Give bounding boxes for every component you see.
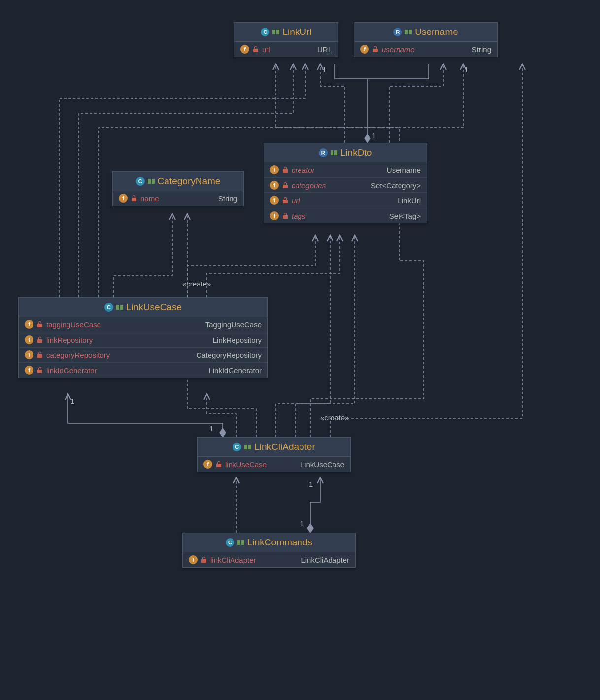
class-header: Username bbox=[354, 23, 497, 42]
class-linkdto[interactable]: LinkDto creator Username categories Set<… bbox=[264, 143, 427, 223]
field-type: LinkUseCase bbox=[291, 460, 344, 469]
field-row: categories Set<Category> bbox=[264, 178, 427, 193]
visibility-icon bbox=[244, 444, 251, 450]
record-icon bbox=[393, 28, 402, 36]
field-row: name String bbox=[113, 191, 243, 206]
field-icon bbox=[119, 194, 128, 203]
class-title: Username bbox=[415, 27, 458, 37]
uml-canvas: LinkUrl url URL Username username String… bbox=[0, 0, 600, 700]
field-name: linkRepository bbox=[46, 336, 93, 344]
field-name: name bbox=[140, 194, 159, 203]
field-name: categories bbox=[292, 181, 326, 190]
field-type: LinkCliAdapter bbox=[291, 556, 349, 564]
lock-icon bbox=[282, 182, 288, 188]
class-linkurl[interactable]: LinkUrl url URL bbox=[234, 22, 338, 57]
class-username[interactable]: Username username String bbox=[354, 22, 498, 57]
field-icon bbox=[240, 45, 249, 54]
field-name: linkCliAdapter bbox=[210, 556, 256, 564]
lock-icon bbox=[253, 46, 259, 52]
visibility-icon bbox=[272, 29, 279, 35]
visibility-icon bbox=[116, 304, 123, 311]
lock-icon bbox=[282, 167, 288, 173]
field-name: url bbox=[292, 196, 300, 205]
class-title: LinkCliAdapter bbox=[254, 442, 315, 452]
class-categoryname[interactable]: CategoryName name String bbox=[112, 171, 244, 206]
visibility-icon bbox=[331, 149, 337, 156]
field-icon bbox=[25, 320, 33, 329]
field-row: linkRepository LinkRepository bbox=[19, 332, 267, 348]
field-row: url LinkUrl bbox=[264, 193, 427, 208]
class-header: LinkDto bbox=[264, 143, 427, 162]
field-icon bbox=[270, 196, 279, 205]
field-icon bbox=[25, 350, 33, 359]
class-title: LinkUrl bbox=[282, 27, 311, 37]
lock-icon bbox=[37, 352, 43, 358]
field-type: CategoryRepository bbox=[186, 351, 262, 359]
class-linkcliadapter[interactable]: LinkCliAdapter linkUseCase LinkUseCase bbox=[197, 437, 351, 472]
class-icon bbox=[136, 177, 145, 186]
field-row: tags Set<Tag> bbox=[264, 208, 427, 223]
field-icon bbox=[25, 335, 33, 344]
class-icon bbox=[261, 28, 269, 36]
record-icon bbox=[319, 148, 328, 157]
lock-icon bbox=[282, 197, 288, 203]
field-row: username String bbox=[354, 42, 497, 57]
field-name: taggingUseCase bbox=[46, 320, 101, 329]
field-icon bbox=[203, 460, 212, 469]
lock-icon bbox=[37, 367, 43, 373]
multiplicity-label: 1 bbox=[70, 397, 74, 405]
class-header: LinkUseCase bbox=[19, 298, 267, 317]
field-type: URL bbox=[307, 45, 332, 54]
class-linkusecase[interactable]: LinkUseCase taggingUseCase TaggingUseCas… bbox=[18, 297, 268, 378]
field-name: username bbox=[382, 45, 415, 54]
lock-icon bbox=[372, 46, 378, 52]
class-title: CategoryName bbox=[158, 176, 221, 187]
field-name: creator bbox=[292, 166, 315, 174]
multiplicity-label: 1 bbox=[464, 65, 468, 74]
class-header: LinkUrl bbox=[234, 23, 338, 42]
multiplicity-label: 1 bbox=[300, 519, 304, 528]
field-row: linkCliAdapter LinkCliAdapter bbox=[183, 552, 355, 567]
field-type: Set<Category> bbox=[361, 181, 421, 190]
class-linkcommands[interactable]: LinkCommands linkCliAdapter LinkCliAdapt… bbox=[182, 533, 356, 568]
visibility-icon bbox=[405, 29, 412, 35]
class-header: LinkCliAdapter bbox=[198, 438, 350, 457]
field-name: url bbox=[262, 45, 270, 54]
create-label: «create» bbox=[320, 414, 349, 422]
field-name: linkIdGenerator bbox=[46, 366, 97, 375]
field-type: String bbox=[462, 45, 491, 54]
lock-icon bbox=[37, 321, 43, 327]
class-icon bbox=[104, 303, 113, 312]
field-row: taggingUseCase TaggingUseCase bbox=[19, 317, 267, 332]
field-row: linkIdGenerator LinkIdGenerator bbox=[19, 363, 267, 378]
lock-icon bbox=[216, 461, 222, 467]
multiplicity-label: 1 bbox=[209, 424, 213, 433]
class-icon bbox=[233, 443, 241, 451]
field-type: TaggingUseCase bbox=[196, 320, 262, 329]
field-icon bbox=[189, 555, 198, 564]
field-type: Set<Tag> bbox=[379, 212, 421, 220]
field-type: LinkIdGenerator bbox=[199, 366, 262, 375]
multiplicity-label: 1 bbox=[309, 480, 313, 488]
class-header: CategoryName bbox=[113, 172, 243, 191]
field-icon bbox=[360, 45, 369, 54]
field-row: creator Username bbox=[264, 162, 427, 178]
field-type: LinkUrl bbox=[388, 196, 421, 205]
class-title: LinkUseCase bbox=[126, 302, 182, 313]
field-row: url URL bbox=[234, 42, 338, 57]
class-icon bbox=[226, 538, 234, 547]
field-icon bbox=[270, 181, 279, 190]
lock-icon bbox=[282, 213, 288, 219]
multiplicity-label: 1 bbox=[322, 65, 326, 74]
visibility-icon bbox=[237, 539, 244, 546]
multiplicity-label: 1 bbox=[372, 131, 376, 140]
field-name: linkUseCase bbox=[225, 460, 267, 469]
create-label: «create» bbox=[182, 280, 211, 288]
class-title: LinkCommands bbox=[247, 537, 312, 548]
field-icon bbox=[270, 165, 279, 174]
field-name: categoryRepository bbox=[46, 351, 110, 359]
field-icon bbox=[270, 211, 279, 220]
field-name: tags bbox=[292, 212, 305, 220]
visibility-icon bbox=[148, 178, 155, 185]
field-type: String bbox=[208, 194, 237, 203]
